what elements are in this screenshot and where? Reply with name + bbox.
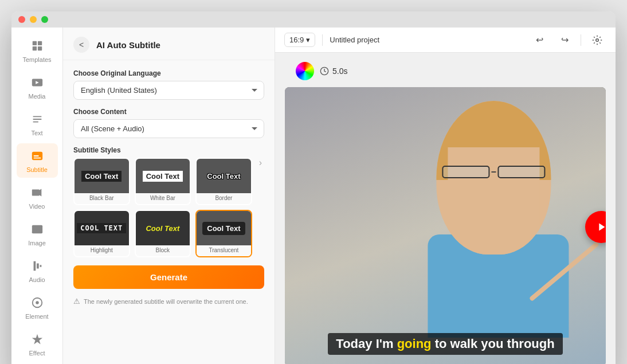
generate-button[interactable]: Generate [73,265,264,289]
subtitle-overlay: Today I'm going to walk you through [285,333,606,355]
original-language-section: Choose Original Language English (United… [73,69,264,100]
panel-header: < AI Auto Subtitle [63,28,275,60]
sidebar-item-templates[interactable]: Templates [17,33,58,68]
border-label: Border [197,193,251,204]
redo-button[interactable]: ↪ [555,31,574,49]
sidebar-label-image: Image [28,240,46,246]
settings-button[interactable] [588,31,606,49]
translucent-label: Translucent [197,245,251,256]
highlight-label: Highlight [75,245,129,256]
language-dropdown[interactable]: English (United States) Spanish French G… [73,81,264,100]
subtitle-text: Today I'm going to walk you through [328,333,562,355]
subtitle-normal-1: Today I'm [336,336,397,351]
sidebar-item-effect[interactable]: Effect [17,327,58,361]
sidebar: Templates Media Text Subtitle [11,28,63,364]
svg-rect-7 [33,155,38,156]
effect-icon [29,331,45,347]
text-icon [29,111,45,127]
svg-rect-6 [33,158,41,159]
subtitle-styles-section: Subtitle Styles Cool Text Black Bar [73,146,264,257]
svg-rect-3 [37,46,41,50]
video-icon [29,185,45,201]
white-bar-preview-text: Cool Text [143,171,183,182]
block-label: Block [136,245,190,256]
white-bar-label: White Bar [136,193,190,204]
style-card-border[interactable]: Cool Text Border [195,158,252,205]
toolbar-divider-2 [581,34,581,46]
person-container [410,87,586,364]
aspect-ratio-value: 16:9 [289,36,304,44]
aspect-ratio-selector[interactable]: 16:9 ▾ [284,33,315,47]
video-preview: Today I'm going to walk you through [285,87,606,364]
panel: < AI Auto Subtitle Choose Original Langu… [63,28,275,364]
color-wheel[interactable] [296,62,314,80]
sidebar-item-audio[interactable]: Audio [17,253,58,288]
svg-rect-2 [32,46,36,50]
glasses-bridge [492,171,496,173]
subtitle-icon [29,148,45,164]
play-icon [595,221,606,233]
black-bar-preview-text: Cool Text [81,171,122,182]
canvas-area: 16:9 ▾ Untitled project ↩ ↪ [275,28,616,364]
border-preview-text: Cool Text [203,171,244,182]
sidebar-item-image[interactable]: Image [17,217,58,251]
subtitle-styles-label: Subtitle Styles [73,146,264,154]
minimize-button[interactable] [30,16,37,23]
time-indicator: 5.0s [320,66,347,76]
content-dropdown[interactable]: All (Scene + Audio) Scene Only Audio Onl… [73,119,264,138]
app-window: Templates Media Text Subtitle [11,11,616,364]
back-button[interactable]: < [73,37,89,53]
warning-message: The newly generated subtitle will overwr… [84,298,248,305]
canvas-main: 5.0s [275,53,616,364]
black-bar-label: Black Bar [75,193,129,204]
style-card-white-bar[interactable]: Cool Text White Bar [135,158,191,205]
glasses-right-lens [498,166,546,178]
sidebar-label-element: Element [25,313,48,320]
toolbar-divider-1 [322,34,323,46]
subtitle-normal-2: to walk you through [432,336,555,351]
image-icon [29,221,45,237]
clock-icon [320,66,329,76]
maximize-button[interactable] [41,16,48,23]
time-bar: 5.0s [296,62,347,80]
block-preview-text: Cool Text [142,223,183,234]
sidebar-item-subtitle[interactable]: Subtitle [17,143,58,178]
sidebar-item-video[interactable]: Video [17,180,58,214]
person-face [448,147,540,255]
video-frame: Today I'm going to walk you through [285,87,606,364]
svg-point-12 [596,38,599,41]
undo-button[interactable]: ↩ [530,31,548,49]
media-icon [29,75,45,91]
sidebar-item-element[interactable]: Element [17,290,58,324]
templates-icon [29,38,45,54]
sidebar-label-subtitle: Subtitle [26,166,48,173]
panel-title: AI Auto Subtitle [96,40,160,50]
content-section: Choose Content All (Scene + Audio) Scene… [73,108,264,138]
aspect-ratio-chevron: ▾ [306,36,310,44]
svg-rect-1 [37,41,41,45]
style-card-block[interactable]: Cool Text Block [135,210,191,257]
canvas-toolbar: 16:9 ▾ Untitled project ↩ ↪ [275,28,616,53]
person-head [437,101,551,255]
warning-section: ⚠ The newly generated subtitle will over… [73,297,264,306]
original-language-label: Choose Original Language [73,69,264,77]
subtitle-highlight-word: going [397,336,432,351]
style-card-translucent[interactable]: Cool Text Translucent [195,210,252,257]
content-label: Choose Content [73,108,264,116]
sidebar-item-text[interactable]: Text [17,107,58,141]
glasses-left-lens [442,166,490,178]
svg-point-11 [36,301,39,304]
sidebar-label-templates: Templates [22,56,51,63]
warning-icon: ⚠ [73,297,80,306]
panel-content: Choose Original Language English (United… [63,60,275,315]
style-card-highlight[interactable]: COOL TEXT Highlight [73,210,130,257]
style-card-black-bar[interactable]: Cool Text Black Bar [73,158,130,205]
app-body: Templates Media Text Subtitle [11,28,616,364]
scroll-indicator[interactable]: › [257,158,264,168]
close-button[interactable] [18,16,25,23]
svg-point-9 [34,226,36,229]
sidebar-item-media[interactable]: Media [17,70,58,104]
audio-icon [29,258,45,274]
sidebar-label-video: Video [29,203,45,210]
svg-rect-0 [32,41,36,45]
